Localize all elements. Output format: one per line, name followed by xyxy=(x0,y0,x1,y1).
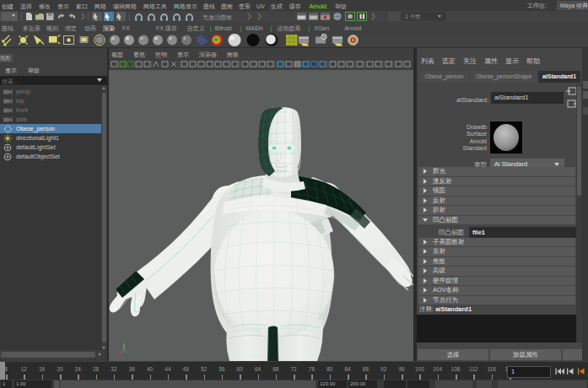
svg-text:persp: persp xyxy=(252,353,266,358)
